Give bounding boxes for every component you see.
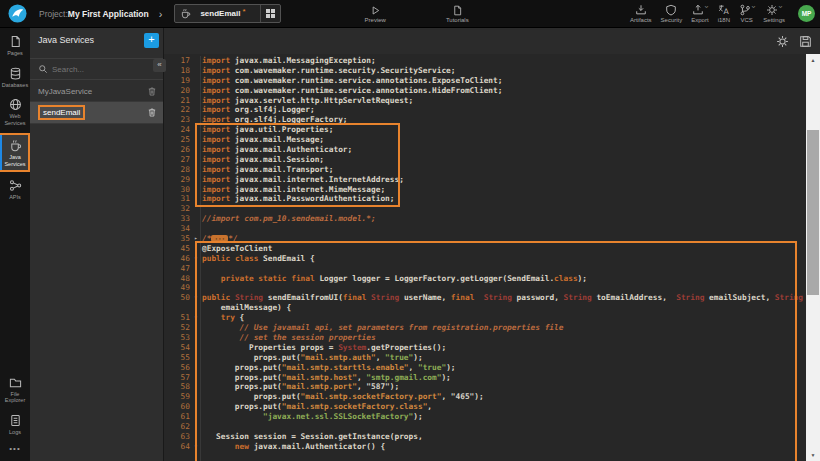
fold-marker [192,422,200,432]
code-line[interactable]: 63 Session session = Session.getInstance… [164,432,806,442]
code-line[interactable]: 59 props.put("mail.smtp.socketFactory.po… [164,392,806,402]
code-line[interactable]: 17import javax.mail.MessagingException; [164,56,806,66]
sidebar-item-file-explorer[interactable]: File Explorer [0,372,30,407]
tutorials-icon [452,5,463,16]
fold-marker[interactable]: ▾ [192,254,200,264]
collapsed-code-pill[interactable]: ··· [211,235,228,242]
fold-marker [192,382,200,392]
code-line[interactable]: 53 // set the session properties [164,333,806,343]
add-service-button[interactable]: + [144,33,159,48]
code-line[interactable]: 26import javax.mail.Authenticator; [164,145,806,155]
code-line[interactable]: 58 props.put("mail.smtp.port", "587"); [164,382,806,392]
action-label: VCS [740,17,752,23]
vcs-button[interactable]: › VCS [739,4,754,23]
code-lines[interactable]: 17import javax.mail.MessagingException;1… [164,56,806,461]
fold-marker[interactable]: ▾ [192,313,200,323]
collapse-panel-button[interactable]: « [153,59,166,72]
tab-grid-button[interactable] [260,5,280,22]
line-number: 61 [164,412,192,422]
trash-icon[interactable] [147,86,157,97]
save-icon[interactable] [799,35,812,48]
code-line[interactable]: 56 props.put("mail.smtp.starttls.enable"… [164,363,806,373]
fold-marker [192,125,200,135]
fold-marker[interactable]: ▸ [192,234,200,244]
code-line[interactable]: 25import javax.mail.Message; [164,135,806,145]
sidebar-item-logs[interactable]: Logs [0,410,30,439]
code-line[interactable]: 18import com.wavemaker.runtime.security.… [164,66,806,76]
fold-marker [192,165,200,175]
editor-settings-gear-icon[interactable] [776,35,789,48]
service-item-myjavaservice[interactable]: MyJavaService [30,82,163,102]
code-line[interactable]: 19import com.wavemaker.runtime.service.a… [164,76,806,86]
scroll-down-arrow[interactable]: ▼ [806,452,820,458]
code-line[interactable]: 57 props.put("mail.smtp.host", "smtp.gma… [164,373,806,383]
code-line[interactable]: 54 Properties props = System.getProperti… [164,343,806,353]
code-line[interactable]: 24import java.util.Properties; [164,125,806,135]
code-text: props.put("mail.smtp.socketFactory.class… [200,402,432,412]
sidebar-item-web-services[interactable]: Web Services [0,94,30,129]
i18n-button[interactable]: A i18N [718,4,730,23]
code-line[interactable]: 49 [164,283,806,293]
trash-icon[interactable] [147,107,157,118]
artifacts-button[interactable]: Artifacts [630,4,652,23]
scrollbar-thumb[interactable] [807,130,819,295]
line-number: 20 [164,86,192,96]
code-line[interactable]: 20import com.wavemaker.runtime.service.a… [164,86,806,96]
code-line[interactable]: 61 "javax.net.ssl.SSLSocketFactory"); [164,412,806,422]
search-box[interactable] [30,58,163,80]
code-line[interactable]: 50▾public String sendEmailfromUI(final S… [164,293,806,303]
line-number: 64 [164,442,192,452]
settings-button[interactable]: › Settings [763,4,785,23]
code-line[interactable]: emailMessage) { [164,303,806,313]
code-line[interactable]: 31import javax.mail.PasswordAuthenticati… [164,194,806,204]
line-number: 53 [164,333,192,343]
code-line[interactable]: 52 // Use javamail api, set parameters f… [164,323,806,333]
fold-marker [192,76,200,86]
code-line[interactable]: 48 private static final Logger logger = … [164,274,806,284]
tab-sendemail[interactable]: sendEmail * [174,4,280,23]
code-line[interactable]: 55 props.put("mail.smtp.auth", "true"); [164,353,806,363]
code-line[interactable]: 22import org.slf4j.Logger; [164,105,806,115]
security-button[interactable]: Security [661,4,683,23]
preview-button[interactable]: Preview [365,5,386,23]
fold-marker[interactable]: ▾ [192,293,200,303]
code-text [200,204,202,214]
code-line[interactable]: 46▾public class SendEmail { [164,254,806,264]
code-line[interactable]: 29import javax.mail.internet.InternetAdd… [164,175,806,185]
editor-scrollbar[interactable]: ▲ ▼ [806,54,820,461]
scroll-up-arrow[interactable]: ▲ [806,57,820,63]
export-button[interactable]: › Export [691,4,708,23]
line-number: 30 [164,185,192,195]
code-line[interactable]: 35▸/*···*/ [164,234,806,244]
code-line[interactable]: 30import javax.mail.internet.MimeMessage… [164,185,806,195]
tutorials-button[interactable]: Tutorials [446,5,469,23]
java-services-panel: Java Services + MyJavaService sendEmail … [30,28,164,461]
sidebar-more-button[interactable]: ••• [0,438,30,461]
wavemaker-logo-icon[interactable] [8,4,27,23]
code-line[interactable]: 64▾ new javax.mail.Authenticator() { [164,442,806,452]
code-line[interactable]: 27import javax.mail.Session; [164,155,806,165]
code-line[interactable]: 33//import com.pm_10.sendemail.model.*; [164,214,806,224]
code-line[interactable]: 34 [164,224,806,234]
code-line[interactable]: 62 [164,422,806,432]
line-number: 50 [164,293,192,303]
code-line[interactable]: 47 [164,264,806,274]
code-line[interactable]: 51▾ try { [164,313,806,323]
sidebar-item-java-services[interactable]: Java Services [0,133,30,172]
code-line[interactable]: 21import javax.servlet.http.HttpServletR… [164,96,806,106]
user-avatar[interactable]: MP [798,5,815,22]
svg-text:A: A [723,7,729,16]
code-line[interactable]: 23import org.slf4j.LoggerFactory; [164,115,806,125]
code-line[interactable]: 28import javax.mail.Transport; [164,165,806,175]
service-item-sendemail[interactable]: sendEmail [30,102,163,124]
code-line[interactable]: 45@ExposeToClient [164,244,806,254]
fold-marker[interactable]: ▾ [192,442,200,452]
sidebar-item-apis[interactable]: APIs [0,175,30,204]
fold-marker [192,283,200,293]
sidebar-item-databases[interactable]: Databases [0,63,30,92]
sidebar-item-pages[interactable]: Pages [0,31,30,60]
search-input[interactable] [52,65,142,74]
code-text: emailMessage) { [200,303,291,313]
code-line[interactable]: 32 [164,204,806,214]
code-line[interactable]: 60 props.put("mail.smtp.socketFactory.cl… [164,402,806,412]
